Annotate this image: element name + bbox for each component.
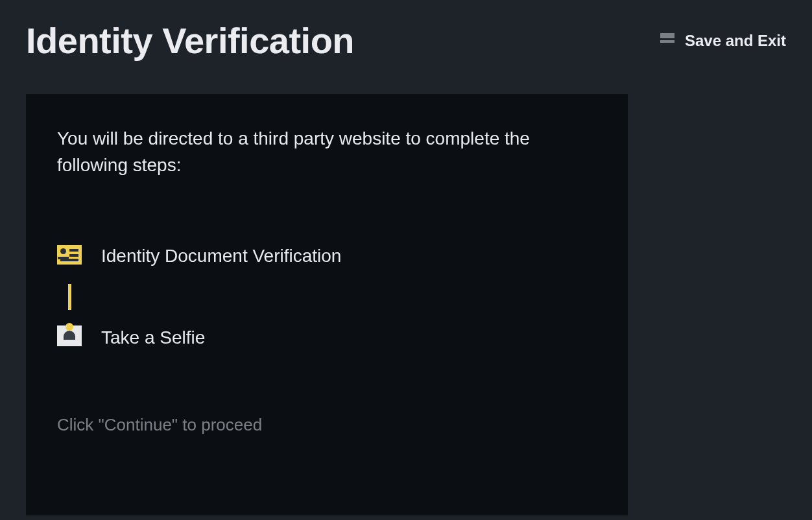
save-icon bbox=[660, 33, 676, 49]
step-label: Take a Selfie bbox=[101, 327, 205, 348]
save-exit-label: Save and Exit bbox=[685, 32, 786, 50]
page-title: Identity Verification bbox=[26, 19, 354, 62]
id-card-icon bbox=[57, 244, 82, 268]
step-take-selfie: Take a Selfie bbox=[57, 325, 597, 350]
intro-text: You will be directed to a third party we… bbox=[57, 125, 563, 179]
step-label: Identity Document Verification bbox=[101, 246, 341, 266]
save-and-exit-button[interactable]: Save and Exit bbox=[660, 32, 786, 50]
page-header: Identity Verification Save and Exit bbox=[26, 19, 786, 62]
continue-hint: Click "Continue" to proceed bbox=[57, 415, 597, 435]
verification-steps: Identity Document Verification Take a Se… bbox=[57, 244, 597, 350]
step-document-verification: Identity Document Verification bbox=[57, 244, 597, 268]
selfie-icon bbox=[57, 325, 82, 350]
content-panel: You will be directed to a third party we… bbox=[26, 94, 628, 515]
step-connector bbox=[68, 284, 71, 310]
